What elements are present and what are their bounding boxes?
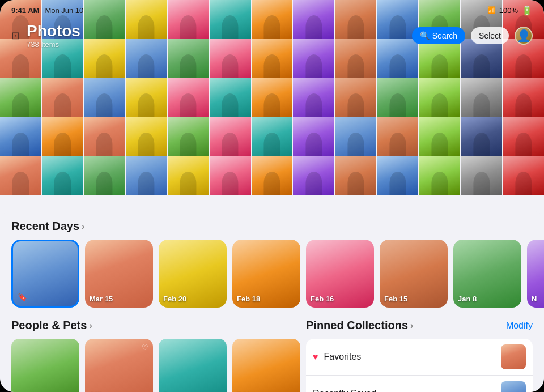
photos-count: 738 Items bbox=[27, 40, 80, 49]
status-right: 📶 100% 🔋 bbox=[487, 5, 533, 16]
header-right: 🔍 Search Select 👤 bbox=[412, 27, 533, 45]
pinned-name: Favorites bbox=[324, 352, 362, 362]
modify-button[interactable]: Modify bbox=[506, 321, 533, 331]
day-card[interactable]: Feb 16 bbox=[306, 240, 374, 308]
recent-days-header: Recent Days › bbox=[0, 220, 544, 233]
page-title: Photos bbox=[27, 23, 80, 40]
app-header: ⊡ Photos 738 Items 🔍 Search Select 👤 bbox=[0, 20, 544, 51]
people-pets-link[interactable]: People & Pets › bbox=[11, 319, 92, 332]
pinned-item[interactable]: Recently Saved bbox=[306, 376, 533, 392]
user-avatar[interactable]: 👤 bbox=[515, 27, 533, 45]
heart-icon: ♡ bbox=[142, 343, 148, 352]
bottom-sections: People & Pets › ♡GilliavRexTobi... Pinne… bbox=[0, 319, 544, 392]
wifi-icon: 📶 bbox=[487, 6, 496, 14]
pinned-name: Recently Saved bbox=[313, 389, 376, 392]
day-label: Feb 20 bbox=[163, 295, 186, 303]
day-label: N bbox=[532, 295, 537, 303]
battery-icon: 🔋 bbox=[521, 5, 533, 16]
status-bar: 9:41 AM Mon Jun 10 📶 100% 🔋 bbox=[0, 0, 544, 20]
pinned-heart-icon: ♥ bbox=[313, 352, 318, 362]
people-pets-header: People & Pets › bbox=[11, 319, 300, 332]
day-label: Feb 15 bbox=[384, 295, 407, 303]
people-pets-chevron: › bbox=[89, 321, 92, 331]
day-card[interactable]: Feb 15 bbox=[380, 240, 448, 308]
person-card[interactable]: Tobi... bbox=[232, 339, 300, 392]
status-left: 9:41 AM Mon Jun 10 bbox=[11, 6, 83, 15]
main-content[interactable]: Recent Days › 🔖Mar 15Feb 20Feb 18Feb 16F… bbox=[0, 0, 544, 392]
person-card[interactable] bbox=[11, 339, 79, 392]
day-card[interactable]: N bbox=[527, 240, 544, 308]
person-card[interactable]: ♡Gilliav bbox=[85, 339, 153, 392]
pinned-list: ♥FavoritesRecently Saved bbox=[306, 339, 533, 392]
day-label: Mar 15 bbox=[90, 295, 113, 303]
day-card[interactable]: 🔖 bbox=[11, 240, 79, 308]
day-label: Feb 18 bbox=[237, 295, 260, 303]
grid-toggle-icon[interactable]: ⊡ bbox=[11, 29, 20, 42]
below-fold: Recent Days › 🔖Mar 15Feb 20Feb 18Feb 16F… bbox=[0, 211, 544, 392]
pinned-collections-title: Pinned Collections bbox=[306, 319, 408, 332]
people-pets-title: People & Pets bbox=[11, 319, 87, 332]
day-card[interactable]: Mar 15 bbox=[85, 240, 153, 308]
photos-title-block: Photos 738 Items bbox=[27, 23, 80, 49]
pinned-thumbnail bbox=[501, 381, 526, 392]
recent-days-link[interactable]: Recent Days › bbox=[11, 220, 84, 233]
people-scroll[interactable]: ♡GilliavRexTobi... bbox=[11, 339, 300, 392]
recent-days-chevron: › bbox=[82, 221, 84, 232]
pinned-item[interactable]: ♥Favorites bbox=[306, 339, 533, 376]
bookmark-icon: 🔖 bbox=[18, 292, 27, 301]
status-date: Mon Jun 10 bbox=[45, 6, 83, 15]
pinned-thumbnail bbox=[501, 344, 526, 369]
day-label: Jan 8 bbox=[458, 295, 477, 303]
select-button[interactable]: Select bbox=[471, 27, 509, 44]
header-left: ⊡ Photos 738 Items bbox=[11, 23, 80, 49]
day-card[interactable]: Feb 18 bbox=[232, 240, 300, 308]
search-icon: 🔍 bbox=[420, 31, 430, 40]
pinned-collections-section: Pinned Collections › Modify ♥FavoritesRe… bbox=[300, 319, 544, 392]
status-time: 9:41 AM bbox=[11, 6, 39, 15]
pinned-collections-link[interactable]: Pinned Collections › bbox=[306, 319, 413, 332]
pinned-collections-header: Pinned Collections › Modify bbox=[306, 319, 533, 332]
search-label: Search bbox=[432, 31, 457, 40]
day-card[interactable]: Feb 20 bbox=[159, 240, 227, 308]
select-label: Select bbox=[479, 31, 501, 40]
pinned-chevron: › bbox=[410, 321, 413, 331]
person-card[interactable]: Rex bbox=[159, 339, 227, 392]
search-button[interactable]: 🔍 Search bbox=[412, 27, 465, 44]
day-card[interactable]: Jan 8 bbox=[453, 240, 521, 308]
recent-days-scroll[interactable]: 🔖Mar 15Feb 20Feb 18Feb 16Feb 15Jan 8N bbox=[0, 240, 544, 308]
battery-text: 100% bbox=[499, 6, 518, 15]
day-label: Feb 16 bbox=[311, 295, 334, 303]
device-frame: 9:41 AM Mon Jun 10 📶 100% 🔋 ⊡ Photos 738… bbox=[0, 0, 544, 392]
recent-days-title: Recent Days bbox=[11, 220, 79, 233]
people-pets-section: People & Pets › ♡GilliavRexTobi... bbox=[0, 319, 300, 392]
